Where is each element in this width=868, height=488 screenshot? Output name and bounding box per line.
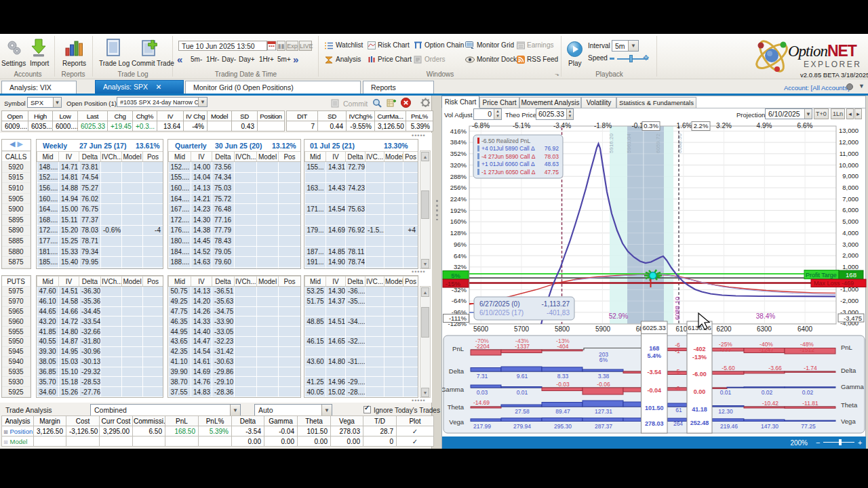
svg-text:12.30: 12.30 [718, 408, 733, 415]
svg-text:264: 264 [673, 420, 683, 427]
svg-text:-0.03: -0.03 [556, 381, 570, 388]
svg-text:Theta: Theta [841, 401, 858, 409]
svg-text:-3,475: -3,475 [844, 314, 862, 322]
svg-text:6088.10: 6088.10 [673, 297, 681, 320]
svg-text:-3.4%: -3.4% [553, 122, 571, 129]
svg-text:-11.81: -11.81 [802, 400, 818, 407]
svg-text:6/10/2025 (17): 6/10/2025 (17) [479, 309, 524, 317]
svg-text:PnL: PnL [452, 345, 464, 352]
svg-text:-5.1%: -5.1% [513, 122, 530, 129]
svg-text:-1 27Jun 6050 Call Δ: -1 27Jun 6050 Call Δ [481, 169, 536, 176]
svg-text:168: 168 [649, 345, 659, 352]
svg-text:-5.60: -5.60 [722, 365, 735, 371]
svg-text:168: 168 [846, 271, 856, 279]
svg-text:3.2%: 3.2% [716, 122, 732, 129]
svg-text:-404: -404 [557, 343, 568, 350]
svg-text:5600: 5600 [473, 325, 489, 333]
svg-text:-2204: -2204 [475, 343, 490, 350]
svg-text:-15%: -15% [446, 280, 461, 287]
svg-text:5700: 5700 [514, 325, 530, 333]
svg-text:6,000: 6,000 [842, 206, 859, 214]
svg-text:320%: 320% [450, 161, 467, 169]
svg-text:-3.66: -3.66 [768, 365, 782, 371]
svg-text:0.02: 0.02 [762, 389, 773, 396]
svg-text:128%: 128% [450, 229, 467, 237]
svg-text:10,000: 10,000 [839, 161, 859, 169]
svg-text:-6.50 Realized PnL: -6.50 Realized PnL [481, 138, 531, 144]
svg-text:-10.42: -10.42 [762, 400, 778, 407]
svg-text:-1,113.27: -1,113.27 [541, 300, 570, 308]
svg-text:Max Loss -469: Max Loss -469 [814, 280, 854, 287]
svg-text:-0.04: -0.04 [647, 387, 661, 394]
svg-text:2.2%: 2.2% [694, 122, 709, 129]
svg-text:Profit Targe: Profit Targe [806, 272, 837, 279]
svg-text:41.18: 41.18 [692, 406, 707, 413]
svg-text:160%: 160% [450, 218, 467, 225]
svg-text:-13%: -13% [692, 354, 707, 361]
svg-text:5,000: 5,000 [842, 218, 859, 225]
svg-text:278.03: 278.03 [645, 420, 664, 427]
svg-text:6%: 6% [599, 357, 608, 363]
svg-text:416%: 416% [450, 127, 467, 135]
svg-text:-1: -1 [675, 348, 680, 354]
svg-text:7.31: 7.31 [477, 373, 488, 380]
svg-text:-6.00: -6.00 [692, 371, 707, 378]
svg-text:11,000: 11,000 [840, 150, 859, 157]
svg-text:4.9%: 4.9% [757, 122, 772, 129]
svg-text:9,000: 9,000 [842, 172, 859, 180]
svg-text:6088.50: 6088.50 [677, 134, 683, 153]
svg-text:252.48: 252.48 [690, 420, 709, 426]
svg-text:64%: 64% [454, 252, 467, 260]
svg-text:27.58: 27.58 [515, 408, 530, 415]
svg-text:-0.: -0. [675, 385, 682, 392]
svg-text:-1.74: -1.74 [804, 365, 817, 371]
svg-text:0.03: 0.03 [477, 389, 488, 396]
svg-text:384%: 384% [450, 138, 467, 146]
svg-text:-3.54: -3.54 [647, 369, 661, 375]
svg-text:0.01: 0.01 [517, 389, 528, 396]
svg-text:-0.1: -0.1 [631, 122, 644, 129]
svg-text:6300: 6300 [757, 325, 772, 333]
svg-text:287.37: 287.37 [595, 423, 612, 430]
svg-text:-6.8%: -6.8% [472, 122, 490, 129]
svg-text:7,000: 7,000 [842, 195, 859, 203]
svg-text:279.94: 279.94 [513, 423, 531, 430]
svg-text:-1512: -1512 [800, 346, 814, 353]
svg-text:2,000: 2,000 [842, 251, 859, 259]
svg-text:0.01: 0.01 [720, 389, 732, 396]
svg-text:38.4%: 38.4% [756, 312, 775, 320]
svg-text:Delta: Delta [449, 367, 465, 375]
svg-text:6400: 6400 [797, 325, 813, 333]
svg-text:32%: 32% [454, 263, 467, 270]
svg-text:200%: 200% [790, 439, 808, 447]
svg-text:127.31: 127.31 [595, 408, 612, 415]
svg-text:Vega: Vega [841, 418, 856, 425]
svg-text:6/27/2025 (0): 6/27/2025 (0) [479, 300, 520, 308]
svg-text:+4 01Jul 5890 Call Δ: +4 01Jul 5890 Call Δ [481, 145, 535, 152]
svg-text:288%: 288% [450, 173, 467, 180]
svg-text:9.61: 9.61 [517, 373, 528, 380]
svg-text:224%: 224% [450, 195, 467, 203]
svg-text:101.50: 101.50 [645, 405, 664, 411]
svg-text:5%: 5% [451, 272, 460, 279]
svg-text:+1 01Jul 6060 Call Δ: +1 01Jul 6060 Call Δ [481, 161, 535, 167]
svg-text:1,000: 1,000 [842, 263, 859, 270]
svg-text:6200: 6200 [716, 325, 732, 333]
svg-text:48.63: 48.63 [545, 161, 559, 167]
svg-text:-402: -402 [693, 346, 705, 352]
svg-text:-111%: -111% [449, 314, 467, 322]
svg-text:52.9%: 52.9% [609, 312, 628, 320]
svg-text:-14.69: -14.69 [473, 399, 490, 406]
svg-text:295.30: 295.30 [554, 423, 572, 430]
svg-text:-0.06: -0.06 [597, 381, 610, 388]
svg-text:47.75: 47.75 [545, 169, 559, 176]
svg-text:219.46: 219.46 [720, 423, 738, 430]
svg-text:78.03: 78.03 [545, 153, 559, 160]
svg-text:12,000: 12,000 [839, 138, 859, 146]
svg-text:-5.: -5. [675, 368, 682, 375]
svg-text:Delta: Delta [841, 367, 856, 374]
svg-text:77.25: 77.25 [801, 423, 816, 430]
svg-text:-401,83: -401,83 [547, 309, 570, 317]
svg-text:−: − [816, 439, 820, 447]
svg-text:Theta: Theta [448, 403, 465, 411]
